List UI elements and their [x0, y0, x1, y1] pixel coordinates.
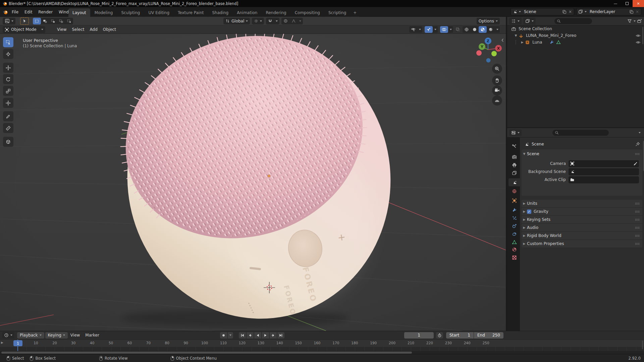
properties-tab-world[interactable]: [508, 187, 520, 195]
viewport-3d[interactable]: + FOREO FOREO User Perspective (1) Scene…: [0, 34, 506, 331]
properties-editor-type-button[interactable]: [509, 129, 522, 136]
workspace-tab-modeling[interactable]: Modeling: [91, 8, 117, 17]
workspace-tab-rendering[interactable]: Rendering: [262, 8, 290, 17]
timeline-menu-marker[interactable]: Marker: [83, 331, 102, 340]
gravity-checkbox[interactable]: ✓: [527, 209, 531, 214]
panel-grip[interactable]: [635, 210, 640, 213]
tool-annotate-button[interactable]: [3, 111, 13, 121]
select-mode-invert-icon[interactable]: [57, 18, 65, 24]
gizmo-y-label[interactable]: Y: [480, 45, 484, 49]
auto-keying-button[interactable]: [220, 332, 227, 339]
menu-edit[interactable]: Edit: [21, 7, 35, 17]
timeline-menu-view[interactable]: View: [68, 331, 83, 340]
shading-material-preview-icon[interactable]: [479, 26, 487, 33]
active-clip-field[interactable]: [569, 176, 639, 183]
panel-rigid-body-world[interactable]: ▶Rigid Body World: [522, 232, 642, 239]
mode-dropdown[interactable]: Object Mode: [3, 26, 45, 33]
properties-tab-material[interactable]: [508, 245, 520, 253]
mesh-label[interactable]: Luna: [532, 40, 542, 45]
show-overlays-icon[interactable]: [440, 26, 448, 33]
new-collection-button[interactable]: [637, 18, 642, 23]
tool-measure-button[interactable]: [3, 123, 13, 133]
end-frame-field[interactable]: End250: [474, 332, 503, 339]
copy-layer-icon[interactable]: [628, 10, 635, 14]
panel-grip[interactable]: [635, 153, 640, 155]
tool-cursor-button[interactable]: [3, 49, 13, 59]
workspace-tab-sculpting[interactable]: Sculpting: [117, 8, 144, 17]
properties-tab-view-layer[interactable]: [508, 169, 520, 177]
select-mode-subtract-icon[interactable]: [49, 18, 57, 24]
properties-tab-render[interactable]: [508, 153, 520, 161]
panel-custom-properties[interactable]: ▶Custom Properties: [522, 240, 642, 247]
show-gizmo-icon[interactable]: [425, 26, 433, 33]
expand-icon[interactable]: ▶: [520, 41, 525, 44]
add-workspace-button[interactable]: +: [351, 8, 359, 17]
viewport-menu-select[interactable]: Select: [69, 25, 87, 34]
timeline-ruler[interactable]: ▶ 10203040506070809010011012013014015016…: [0, 340, 644, 347]
scene-collection-label[interactable]: Scene Collection: [519, 26, 552, 31]
mesh-data-icon[interactable]: [556, 40, 561, 45]
jump-to-start-button[interactable]: [239, 332, 246, 339]
outliner-row-object[interactable]: ▼ LUNA_Rose_Mini_2_Foreo: [507, 32, 644, 39]
overlays-dropdown[interactable]: [448, 26, 453, 33]
outliner-search-input[interactable]: [554, 18, 592, 24]
keying-dropdown[interactable]: [228, 332, 233, 339]
gizmo-negative-y[interactable]: [491, 51, 497, 56]
tool-scale-button[interactable]: [3, 86, 13, 96]
play-reverse-button[interactable]: [254, 332, 261, 339]
properties-options-dropdown[interactable]: [639, 132, 641, 133]
outliner-row-mesh[interactable]: ┊ ▶ Luna: [507, 39, 644, 46]
properties-search-input[interactable]: [552, 130, 609, 136]
properties-tab-tool[interactable]: [508, 142, 520, 150]
properties-tab-object-data[interactable]: [508, 238, 520, 246]
panel-grip[interactable]: [635, 227, 640, 229]
tool-rotate-button[interactable]: [3, 74, 13, 84]
camera-field[interactable]: [569, 160, 639, 167]
workspace-tab-shading[interactable]: Shading: [208, 8, 232, 17]
panel-keying-sets[interactable]: ▶Keying Sets: [522, 216, 642, 223]
properties-tab-constraints[interactable]: [508, 230, 520, 238]
object-visibility-icon[interactable]: [409, 26, 417, 33]
current-frame-field[interactable]: 1: [404, 332, 434, 339]
gizmo-dropdown[interactable]: [433, 26, 438, 33]
properties-tab-texture[interactable]: [508, 253, 520, 261]
modifier-wrench-icon[interactable]: [549, 40, 554, 45]
gizmo-x-label[interactable]: X: [497, 46, 500, 51]
playhead-label[interactable]: 1: [13, 340, 22, 346]
tool-move-button[interactable]: [3, 63, 13, 73]
workspace-tab-texture-paint[interactable]: Texture Paint: [174, 8, 208, 17]
background-scene-field[interactable]: [569, 168, 639, 175]
properties-tab-modifiers[interactable]: [508, 206, 520, 214]
properties-tab-output[interactable]: [508, 161, 520, 169]
viewport-menu-add[interactable]: Add: [87, 25, 100, 34]
panel-grip[interactable]: [635, 235, 640, 237]
gizmo-negative-z[interactable]: [486, 58, 491, 63]
active-tool-tweak-button[interactable]: [20, 17, 29, 25]
timeline-scrollbar-thumb[interactable]: [1, 352, 412, 354]
start-frame-field[interactable]: Start1: [446, 332, 474, 339]
sidebar-collapse-icon[interactable]: [500, 38, 505, 43]
object-label[interactable]: LUNA_Rose_Mini_2_Foreo: [526, 33, 576, 38]
outliner-filter-id-button[interactable]: [523, 18, 536, 24]
remove-layer-icon[interactable]: ×: [635, 9, 641, 14]
workspace-tab-animation[interactable]: Animation: [233, 8, 261, 17]
panel-grip[interactable]: [635, 243, 640, 245]
use-preview-range-button[interactable]: [436, 332, 443, 339]
gizmo-negative-x[interactable]: [476, 50, 482, 56]
visibility-dropdown[interactable]: [417, 26, 422, 33]
outliner-scrollbar[interactable]: [642, 27, 643, 44]
viewport-menu-object[interactable]: Object: [100, 25, 119, 34]
properties-tab-object[interactable]: [508, 196, 520, 204]
proportional-falloff-icon[interactable]: [289, 18, 298, 24]
expand-icon[interactable]: ▼: [513, 34, 519, 37]
play-button[interactable]: [262, 332, 269, 339]
shading-rendered-icon[interactable]: [487, 26, 495, 33]
options-button[interactable]: Options: [477, 18, 500, 24]
eyedropper-icon[interactable]: [633, 162, 638, 166]
close-button[interactable]: ×: [633, 0, 644, 7]
snap-magnet-icon[interactable]: [266, 18, 274, 24]
outliner-filter-button[interactable]: [627, 19, 636, 23]
proportional-edit-icon[interactable]: [281, 18, 289, 24]
outliner-row-scene-collection[interactable]: Scene Collection: [507, 25, 644, 32]
select-mode-extend-icon[interactable]: [41, 18, 49, 24]
